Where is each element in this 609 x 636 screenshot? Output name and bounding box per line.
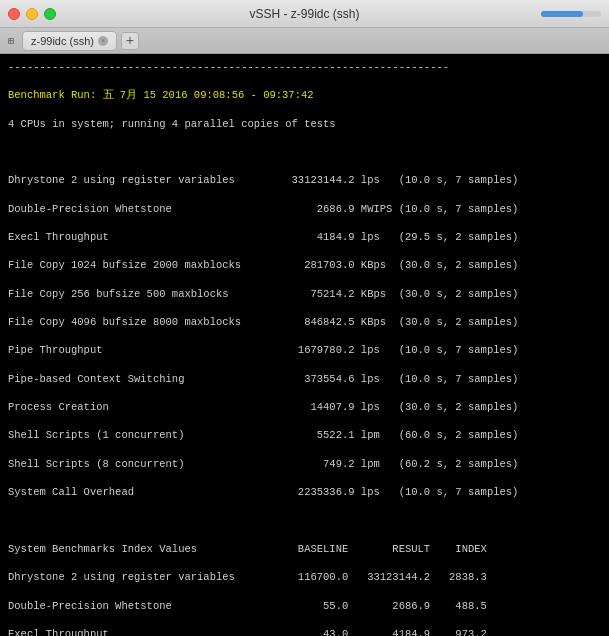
tabbar: ⊞ z-99idc (ssh) × + [0,28,609,54]
close-button[interactable] [8,8,20,20]
titlebar: vSSH - z-99idc (ssh) [0,0,609,28]
tab-close-button[interactable]: × [98,36,108,46]
result-10: Shell Scripts (8 concurrent) 749.2 lpm (… [8,457,601,471]
traffic-lights [0,8,56,20]
blank-2 [8,514,601,528]
cpu-info-line: 4 CPUs in system; running 4 parallel cop… [8,117,601,131]
terminal-output[interactable]: ----------------------------------------… [0,54,609,636]
result-9: Shell Scripts (1 concurrent) 5522.1 lpm … [8,428,601,442]
tab-z99idc[interactable]: z-99idc (ssh) × [22,31,117,51]
progress-bar [541,11,601,17]
result-7: Pipe-based Context Switching 373554.6 lp… [8,372,601,386]
index-header-line: System Benchmarks Index Values BASELINE … [8,542,601,556]
result-2: Execl Throughput 4184.9 lps (29.5 s, 2 s… [8,230,601,244]
idx-0: Dhrystone 2 using register variables 116… [8,570,601,584]
result-0: Dhrystone 2 using register variables 331… [8,173,601,187]
window-title: vSSH - z-99idc (ssh) [249,7,359,21]
result-4: File Copy 256 bufsize 500 maxblocks 7521… [8,287,601,301]
tab-label: z-99idc (ssh) [31,35,94,47]
minimize-button[interactable] [26,8,38,20]
result-1: Double-Precision Whetstone 2686.9 MWIPS … [8,202,601,216]
blank-1 [8,145,601,159]
idx-1: Double-Precision Whetstone 55.0 2686.9 4… [8,599,601,613]
result-8: Process Creation 14407.9 lps (30.0 s, 2 … [8,400,601,414]
result-6: Pipe Throughput 1679780.2 lps (10.0 s, 7… [8,343,601,357]
new-tab-button[interactable]: + [121,32,139,50]
result-11: System Call Overhead 2235336.9 lps (10.0… [8,485,601,499]
result-3: File Copy 1024 bufsize 2000 maxblocks 28… [8,258,601,272]
tab-icon: ⊞ [4,34,18,48]
benchmark-run-line: Benchmark Run: 五 7月 15 2016 09:08:56 - 0… [8,88,601,102]
separator-line: ----------------------------------------… [8,60,601,74]
result-5: File Copy 4096 bufsize 8000 maxblocks 84… [8,315,601,329]
progress-bar-fill [541,11,583,17]
maximize-button[interactable] [44,8,56,20]
idx-2: Execl Throughput 43.0 4184.9 973.2 [8,627,601,636]
